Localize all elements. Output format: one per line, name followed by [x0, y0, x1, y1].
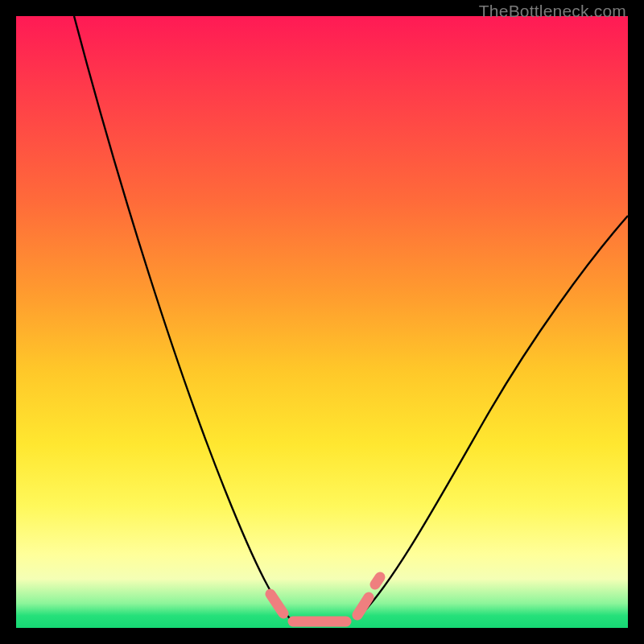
right-curve [362, 216, 628, 613]
chart-lines [16, 16, 628, 628]
left-curve [74, 16, 290, 618]
chart-plot-area [16, 16, 628, 628]
trough-marker [270, 577, 380, 621]
watermark-text: TheBottleneck.com [479, 2, 626, 21]
chart-frame: TheBottleneck.com [0, 0, 644, 644]
